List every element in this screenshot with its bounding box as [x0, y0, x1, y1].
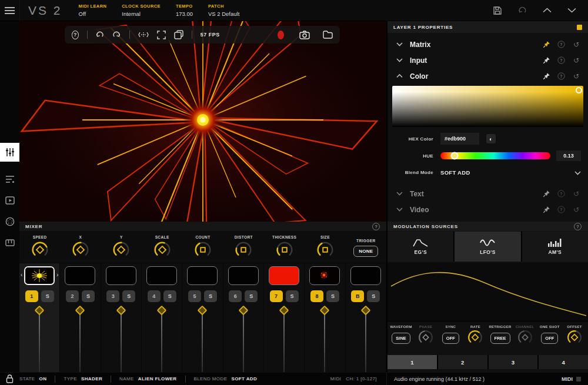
knob-thickness[interactable]: THICKNESS: [264, 231, 305, 263]
solo-button[interactable]: S: [122, 290, 135, 302]
fader-handle[interactable]: [360, 306, 370, 316]
state-field[interactable]: STATE ON: [19, 376, 46, 381]
channel-7[interactable]: 7 S: [264, 263, 305, 372]
chevron-down-icon[interactable]: [395, 207, 404, 212]
contrast-icon[interactable]: ◐: [486, 134, 496, 143]
channel-6[interactable]: 6 S: [223, 263, 264, 372]
fader-handle[interactable]: [320, 306, 330, 316]
reset-icon[interactable]: ↺: [572, 206, 581, 214]
solo-button[interactable]: S: [204, 290, 217, 302]
pin-icon[interactable]: [542, 190, 551, 197]
one-shot-control[interactable]: ONE SHOT OFF: [537, 323, 562, 353]
chevron-down-icon[interactable]: [395, 42, 404, 46]
help-icon[interactable]: ?: [558, 73, 565, 80]
patch-value[interactable]: VS 2 Default: [208, 11, 239, 17]
channel-select-button[interactable]: 3: [106, 290, 119, 302]
channel-fader[interactable]: [142, 306, 182, 372]
menu-icon[interactable]: [0, 0, 20, 21]
clip-thumbnail[interactable]: [187, 266, 218, 285]
scale-knob-dial[interactable]: [152, 240, 172, 260]
hex-color-input[interactable]: [440, 133, 479, 145]
midi-learn-value[interactable]: Off: [79, 11, 107, 17]
record-button[interactable]: [278, 31, 284, 39]
fader-handle[interactable]: [35, 306, 45, 316]
offset-knob-dial[interactable]: [566, 329, 583, 346]
solo-button[interactable]: S: [245, 290, 258, 302]
channel-select-button[interactable]: 5: [188, 290, 201, 302]
blend-mode-value[interactable]: SOFT ADD: [440, 169, 470, 176]
channel-fader[interactable]: [60, 306, 100, 372]
section-matrix[interactable]: Matrix ? ↺: [387, 36, 588, 52]
playlist-view-icon[interactable]: [0, 170, 19, 189]
chevron-up-icon[interactable]: [541, 5, 553, 16]
clip-thumbnail[interactable]: [269, 266, 299, 285]
tempo-value[interactable]: 173.00: [176, 11, 193, 17]
size-knob-dial[interactable]: [315, 240, 335, 260]
clock-source-field[interactable]: CLOCK SOURCE Internal: [122, 4, 161, 17]
channel-fader[interactable]: [346, 306, 386, 372]
channel-fader[interactable]: [182, 306, 222, 372]
clip-thumbnail[interactable]: [228, 266, 259, 285]
hue-slider[interactable]: [440, 152, 550, 159]
channel-select-button[interactable]: 1: [25, 290, 38, 302]
pin-icon[interactable]: [542, 56, 551, 64]
phase-control[interactable]: PHASE: [413, 323, 438, 353]
fader-handle[interactable]: [279, 306, 289, 316]
solo-button[interactable]: S: [367, 290, 380, 302]
mixer-view-icon[interactable]: [0, 143, 19, 162]
phase-knob-dial[interactable]: [417, 329, 435, 346]
name-value[interactable]: ALIEN FLOWER: [138, 376, 177, 381]
blend-mode-field[interactable]: BLEND MODE SOFT ADD: [194, 376, 258, 381]
channel-select-button[interactable]: B: [351, 290, 364, 302]
channel-4[interactable]: 4 S: [142, 263, 182, 372]
solo-button[interactable]: S: [163, 290, 176, 302]
channel-fader[interactable]: [101, 306, 141, 372]
canvas-redo-icon[interactable]: [112, 29, 121, 41]
tab-egs[interactable]: EG'S: [387, 232, 453, 262]
knob-size[interactable]: SIZE: [305, 231, 345, 263]
prev-clip-icon[interactable]: ‹: [21, 272, 22, 278]
channel-select-button[interactable]: 6: [229, 290, 242, 302]
offset-control[interactable]: OFFSET: [562, 323, 587, 353]
rate-control[interactable]: RATE: [463, 323, 487, 353]
fader-handle[interactable]: [238, 306, 248, 316]
reset-icon[interactable]: ↺: [572, 190, 581, 198]
trigger-mode-button[interactable]: NONE: [353, 246, 378, 257]
lfo-slot-4[interactable]: 4: [539, 355, 588, 369]
undo-icon[interactable]: [516, 5, 528, 16]
channel-select-button[interactable]: 7: [270, 290, 283, 302]
tab-lfos[interactable]: LFO'S: [455, 232, 520, 262]
sync-control[interactable]: SYNC OFF: [438, 323, 463, 353]
fader-handle[interactable]: [198, 306, 208, 316]
layer-color-chip[interactable]: [577, 25, 582, 30]
fader-handle[interactable]: [157, 306, 167, 316]
pin-icon[interactable]: [542, 41, 551, 48]
tab-ams[interactable]: AM'S: [522, 232, 588, 262]
solo-button[interactable]: S: [326, 290, 339, 302]
help-icon[interactable]: ?: [558, 57, 565, 64]
y-knob-dial[interactable]: [111, 240, 131, 260]
chevron-down-icon[interactable]: [395, 58, 404, 62]
section-text[interactable]: Text ? ↺: [387, 186, 588, 202]
lock-icon[interactable]: [0, 374, 19, 383]
help-icon[interactable]: ?: [558, 41, 565, 48]
knob-scale[interactable]: SCALE: [142, 231, 182, 263]
retrigger-button[interactable]: FREE: [490, 333, 510, 344]
channel-fader[interactable]: [223, 306, 263, 372]
section-input[interactable]: Input ? ↺: [387, 52, 588, 68]
clock-source-value[interactable]: Internal: [122, 11, 161, 17]
channel-b[interactable]: B S: [346, 263, 386, 372]
save-icon[interactable]: [492, 5, 503, 16]
help-icon[interactable]: ?: [558, 190, 565, 197]
duplicate-icon[interactable]: [174, 29, 183, 41]
type-field[interactable]: TYPE SHADER: [64, 376, 102, 381]
pin-icon[interactable]: [542, 206, 551, 213]
clip-thumbnail[interactable]: [350, 266, 381, 285]
midi-din-icon[interactable]: [0, 212, 19, 231]
lfo-slot-1[interactable]: 1: [387, 355, 437, 369]
solo-button[interactable]: S: [41, 290, 54, 302]
state-value[interactable]: ON: [39, 376, 47, 381]
waveform-button[interactable]: SINE: [392, 333, 410, 344]
reset-icon[interactable]: ↺: [572, 56, 581, 65]
hue-handle[interactable]: [451, 152, 459, 160]
